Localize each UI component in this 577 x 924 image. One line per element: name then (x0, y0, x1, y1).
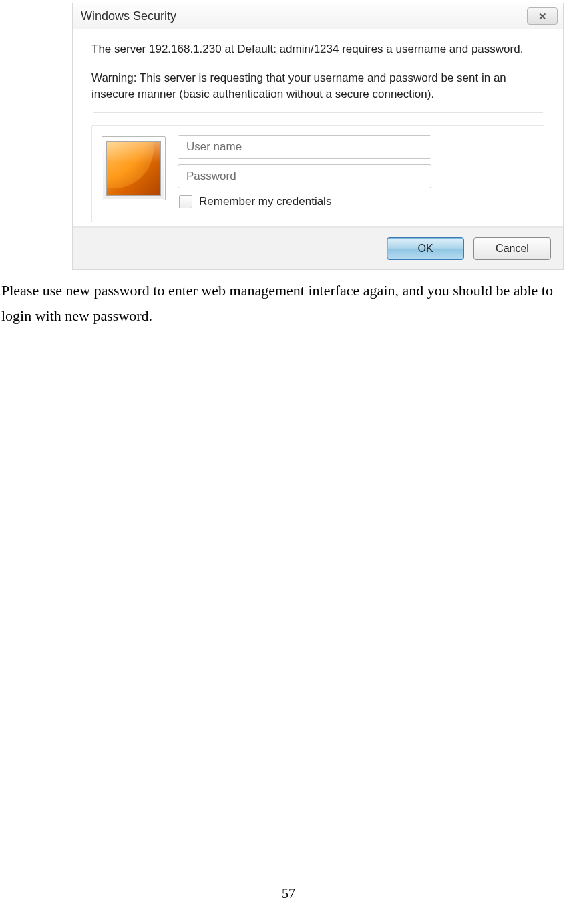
page-number: 57 (0, 886, 577, 901)
dialog-title: Windows Security (81, 9, 176, 23)
password-input[interactable] (178, 164, 431, 188)
dialog-titlebar: Windows Security ✕ (73, 3, 563, 29)
windows-security-dialog: Windows Security ✕ The server 192.168.1.… (72, 3, 564, 270)
avatar-image-icon (106, 141, 161, 196)
auth-warning: Warning: This server is requesting that … (91, 70, 544, 103)
username-input[interactable] (178, 135, 431, 159)
remember-row: Remember my credentials (178, 195, 534, 208)
document-page: Windows Security ✕ The server 192.168.1.… (0, 0, 577, 924)
cancel-button[interactable]: Cancel (473, 237, 551, 260)
dialog-body: The server 192.168.1.230 at Default: adm… (73, 29, 563, 226)
credentials-card: Remember my credentials (91, 125, 544, 222)
instruction-paragraph: Please use new password to enter web man… (0, 278, 573, 329)
dialog-footer: OK Cancel (73, 226, 563, 269)
remember-checkbox[interactable] (179, 195, 192, 208)
user-avatar (102, 136, 166, 200)
credentials-fields: Remember my credentials (178, 135, 534, 208)
divider (93, 112, 543, 113)
close-button[interactable]: ✕ (527, 7, 558, 25)
remember-label: Remember my credentials (199, 195, 331, 208)
auth-message: The server 192.168.1.230 at Default: adm… (91, 41, 544, 58)
ok-button[interactable]: OK (387, 237, 464, 260)
close-icon: ✕ (538, 11, 547, 21)
